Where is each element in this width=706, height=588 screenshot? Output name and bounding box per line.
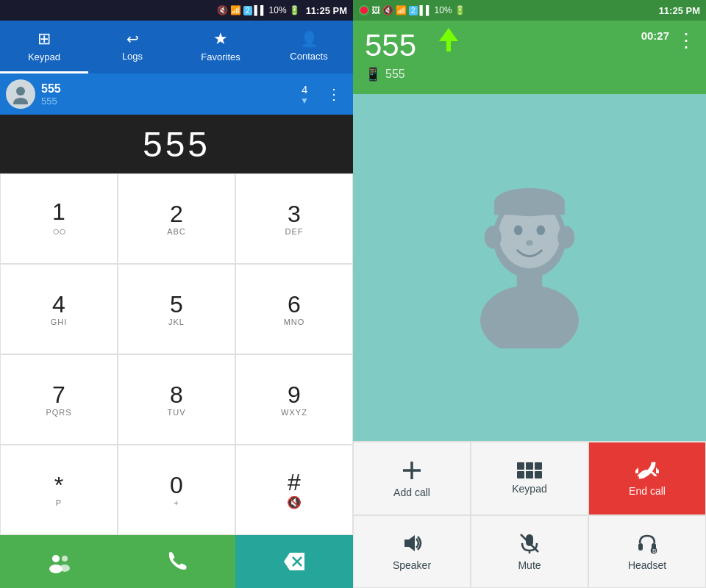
- count-arrow-icon: ▼: [300, 96, 309, 106]
- battery-left: 10%: [269, 5, 287, 15]
- status-bar-left: 🔇 📶 2 ▌▌ 10% 🔋 11:25 PM: [0, 0, 353, 21]
- status-icons-right: 🖼 🔇 📶 2 ▌▌ 10% 🔋: [359, 5, 466, 15]
- svg-point-5: [60, 564, 70, 572]
- key-star[interactable]: * P: [0, 445, 118, 535]
- battery-icon-right: 🔋: [454, 5, 466, 15]
- key-9[interactable]: 9 WXYZ: [235, 354, 353, 445]
- battery-icon-left: 🔋: [289, 5, 300, 15]
- contact-more-button[interactable]: ⋮: [321, 82, 347, 106]
- keypad-grid: 1 ○○ 2 ABC 3 DEF 4 GHI 5 JKL 6 MNO 7 PQR…: [0, 173, 353, 535]
- svg-text:B: B: [652, 548, 656, 554]
- dialer-bottom-bar: [0, 535, 353, 588]
- headset-button[interactable]: B Headset: [588, 515, 706, 589]
- dialed-number: 555: [143, 124, 210, 165]
- call-avatar-area: [353, 94, 706, 441]
- phone-type-icon: 📱: [365, 66, 381, 82]
- action-grid: Add call Keypad End call: [353, 441, 706, 588]
- svg-rect-15: [494, 202, 565, 215]
- key-8[interactable]: 8 TUV: [118, 354, 235, 445]
- dialer-display: 555: [0, 115, 353, 173]
- key-3-sub: DEF: [285, 227, 304, 236]
- key-4-main: 4: [52, 293, 65, 316]
- caller-sub: 📱 555: [365, 66, 694, 82]
- add-call-label: Add call: [393, 487, 430, 498]
- tab-logs[interactable]: ↩ Logs: [88, 21, 176, 74]
- call-more-button[interactable]: ⋮: [677, 29, 697, 52]
- key-7-sub: PQRS: [46, 408, 71, 417]
- svg-marker-23: [404, 535, 415, 551]
- key-7[interactable]: 7 PQRS: [0, 354, 118, 445]
- key-6[interactable]: 6 MNO: [235, 264, 353, 354]
- contact-info: 555 555: [41, 82, 294, 107]
- call-button[interactable]: [118, 535, 235, 588]
- contact-row[interactable]: 555 555 4 ▼ ⋮: [0, 74, 353, 115]
- keypad-tab-icon: ⊞: [38, 29, 51, 49]
- add-call-button[interactable]: Add call: [353, 442, 471, 515]
- svg-point-11: [514, 226, 522, 235]
- action-keypad-label: Keypad: [512, 483, 546, 495]
- contact-name: 555: [41, 82, 294, 96]
- key-star-main: *: [54, 473, 63, 497]
- contact-count: 4 ▼: [300, 83, 309, 106]
- tab-keypad-label: Keypad: [28, 51, 60, 62]
- contacts-tab-icon: 👤: [300, 30, 318, 48]
- action-keypad-button[interactable]: Keypad: [471, 442, 588, 515]
- key-star-sub: P: [56, 498, 62, 507]
- signal-icon-r: ▌▌: [420, 5, 432, 15]
- key-0-sub: +: [174, 498, 179, 507]
- mute-label: Mute: [518, 559, 541, 571]
- time-right: 11:25 PM: [659, 5, 700, 16]
- key-6-main: 6: [288, 293, 301, 316]
- speaker-label: Speaker: [393, 559, 431, 571]
- logs-tab-icon: ↩: [126, 30, 139, 48]
- call-timer: 00:27: [641, 29, 669, 42]
- key-3-main: 3: [288, 202, 301, 226]
- key-5[interactable]: 5 JKL: [118, 264, 235, 354]
- signal-icon: ▌▌: [254, 5, 267, 15]
- keypad-grid-icon: [517, 462, 542, 478]
- key-3[interactable]: 3 DEF: [235, 173, 353, 264]
- svg-marker-8: [439, 28, 458, 51]
- svg-point-13: [526, 240, 533, 246]
- vibrate-icon-r: 🔇: [382, 5, 393, 15]
- key-2[interactable]: 2 ABC: [118, 173, 235, 264]
- left-panel: 🔇 📶 2 ▌▌ 10% 🔋 11:25 PM ⊞ Keypad ↩ Logs …: [0, 0, 353, 588]
- speaker-icon: [400, 531, 424, 555]
- svg-point-2: [52, 555, 60, 562]
- sim-icon: 2: [243, 6, 252, 15]
- delete-button[interactable]: [235, 535, 353, 588]
- key-1-main: 1: [52, 200, 65, 223]
- key-8-sub: TUV: [168, 408, 186, 417]
- tab-contacts[interactable]: 👤 Contacts: [265, 21, 353, 74]
- phone-active-icon: [359, 5, 369, 15]
- key-4[interactable]: 4 GHI: [0, 264, 118, 354]
- avatar: [6, 79, 35, 109]
- key-1[interactable]: 1 ○○: [0, 173, 118, 264]
- key-6-sub: MNO: [284, 318, 305, 326]
- battery-right: 10%: [435, 5, 452, 15]
- svg-point-4: [62, 556, 68, 562]
- wifi-icon: 📶: [230, 5, 241, 15]
- end-call-button[interactable]: End call: [588, 442, 706, 515]
- speaker-button[interactable]: Speaker: [353, 515, 471, 589]
- key-7-main: 7: [52, 383, 65, 406]
- right-panel: 🖼 🔇 📶 2 ▌▌ 10% 🔋 11:25 PM 555 📱 555 00:2: [353, 0, 706, 588]
- mute-button[interactable]: Mute: [471, 515, 588, 589]
- caller-sub-number: 555: [385, 68, 405, 81]
- key-8-main: 8: [170, 383, 183, 406]
- key-hash-main: #: [288, 470, 301, 494]
- key-0-main: 0: [170, 473, 183, 497]
- tab-favorites[interactable]: ★ Favorites: [176, 21, 265, 74]
- key-4-sub: GHI: [51, 318, 68, 326]
- key-0[interactable]: 0 +: [118, 445, 235, 535]
- end-call-icon: [634, 460, 660, 481]
- tab-logs-label: Logs: [122, 51, 143, 62]
- tab-keypad[interactable]: ⊞ Keypad: [0, 21, 88, 74]
- svg-point-19: [480, 285, 579, 348]
- key-hash[interactable]: # 🔇: [235, 445, 353, 535]
- wifi-icon-r: 📶: [396, 5, 407, 15]
- contacts-button[interactable]: [0, 535, 118, 588]
- svg-point-16: [485, 226, 502, 249]
- svg-point-1: [13, 98, 28, 104]
- key-9-sub: WXYZ: [281, 408, 307, 417]
